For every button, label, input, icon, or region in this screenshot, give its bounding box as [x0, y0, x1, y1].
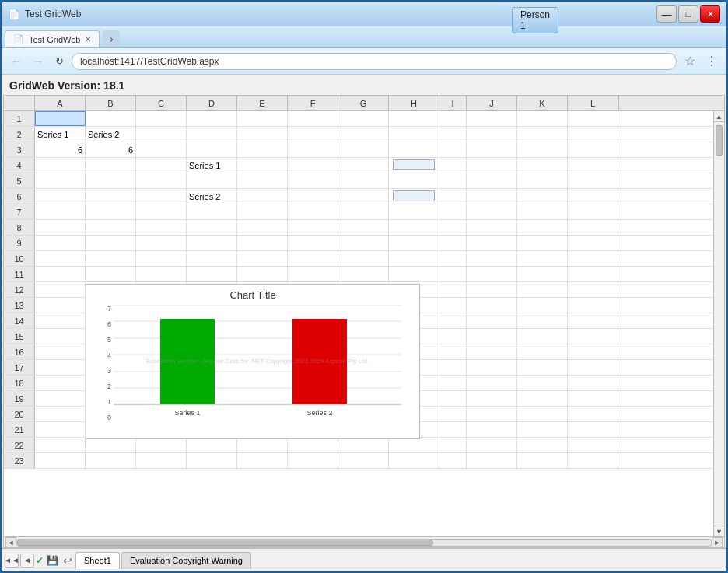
cell-I2[interactable] — [439, 127, 467, 142]
cell-A5[interactable] — [35, 173, 86, 188]
col-header-I[interactable]: I — [439, 96, 467, 110]
scroll-left-button[interactable]: ◄ — [5, 537, 16, 548]
cell-D1[interactable] — [187, 111, 237, 126]
cell-C1[interactable] — [136, 111, 187, 126]
cell-K4[interactable] — [517, 158, 568, 173]
bookmark-icon[interactable]: ☆ — [681, 53, 698, 70]
cell-L4[interactable] — [568, 158, 618, 173]
cell-A6[interactable] — [35, 189, 86, 204]
cell-C6[interactable] — [136, 189, 187, 204]
col-header-D[interactable]: D — [187, 96, 237, 110]
menu-icon[interactable]: ⋮ — [703, 53, 720, 70]
cell-D2[interactable] — [187, 127, 237, 142]
close-button[interactable]: ✕ — [700, 5, 720, 23]
cell-B1[interactable] — [86, 111, 136, 126]
cell-I6[interactable] — [439, 189, 467, 204]
cell-A2[interactable]: Series 1 — [35, 127, 86, 142]
cell-J5[interactable] — [467, 173, 517, 188]
cell-G5[interactable] — [338, 173, 389, 188]
new-tab-button[interactable]: › — [103, 30, 120, 47]
cell-K5[interactable] — [517, 173, 568, 188]
cell-D6[interactable]: Series 2 — [187, 189, 237, 204]
cell-H2[interactable] — [389, 127, 439, 142]
cell-J2[interactable] — [467, 127, 517, 142]
nav-prev-sheet[interactable]: ◄ — [20, 554, 34, 568]
h-scroll-thumb[interactable] — [17, 540, 433, 546]
cell-E4[interactable] — [237, 158, 288, 173]
col-header-J[interactable]: J — [467, 96, 517, 110]
cell-L6[interactable] — [568, 189, 618, 204]
col-header-B[interactable]: B — [86, 96, 136, 110]
confirm-icon[interactable]: ✔ — [36, 555, 44, 566]
cell-D5[interactable] — [187, 173, 237, 188]
cell-H3[interactable] — [389, 142, 439, 157]
cell-F3[interactable] — [288, 142, 338, 157]
col-header-A[interactable]: A — [35, 96, 86, 110]
grid-scroll-area[interactable]: 1 — [4, 111, 713, 536]
cell-L2[interactable] — [568, 127, 618, 142]
cell-F2[interactable] — [288, 127, 338, 142]
col-header-G[interactable]: G — [338, 96, 389, 110]
cell-I3[interactable] — [439, 142, 467, 157]
cell-B2[interactable]: Series 2 — [86, 127, 136, 142]
col-header-H[interactable]: H — [389, 96, 439, 110]
cell-F5[interactable] — [288, 173, 338, 188]
col-header-C[interactable]: C — [136, 96, 187, 110]
cell-G6[interactable] — [338, 189, 389, 204]
cell-L3[interactable] — [568, 142, 618, 157]
cell-I5[interactable] — [439, 173, 467, 188]
cell-H1[interactable] — [389, 111, 439, 126]
cell-B6[interactable] — [86, 189, 136, 204]
cell-K2[interactable] — [517, 127, 568, 142]
cell-C3[interactable] — [136, 142, 187, 157]
cell-C5[interactable] — [136, 173, 187, 188]
cell-E1[interactable] — [237, 111, 288, 126]
cell-B3[interactable]: 6 — [86, 142, 136, 157]
browser-tab-active[interactable]: 📄 Test GridWeb ✕ — [5, 30, 100, 47]
cell-J1[interactable] — [467, 111, 517, 126]
cell-A3[interactable]: 6 — [35, 142, 86, 157]
cell-E2[interactable] — [237, 127, 288, 142]
cell-H6[interactable] — [389, 189, 439, 204]
sheet-tab-sheet1[interactable]: Sheet1 — [75, 552, 120, 569]
col-header-E[interactable]: E — [237, 96, 288, 110]
cell-E3[interactable] — [237, 142, 288, 157]
cell-J4[interactable] — [467, 158, 517, 173]
scroll-right-button[interactable]: ► — [712, 537, 723, 548]
col-header-L[interactable]: L — [568, 96, 618, 110]
tab-close-button[interactable]: ✕ — [85, 35, 91, 44]
cell-K3[interactable] — [517, 142, 568, 157]
minimize-button[interactable]: — — [656, 5, 677, 23]
scroll-up-button[interactable]: ▲ — [714, 111, 724, 122]
cell-C4[interactable] — [136, 158, 187, 173]
sheet-tab-warning[interactable]: Evaluation Copyright Warning — [121, 552, 251, 569]
back-button[interactable]: ← — [8, 53, 25, 70]
cell-I1[interactable] — [439, 111, 467, 126]
cell-B5[interactable] — [86, 173, 136, 188]
cell-G3[interactable] — [338, 142, 389, 157]
refresh-button[interactable]: ↻ — [51, 54, 67, 69]
cell-G4[interactable] — [338, 158, 389, 173]
cell-G2[interactable] — [338, 127, 389, 142]
horizontal-scrollbar[interactable]: ◄ ► — [4, 536, 724, 547]
save-icon[interactable]: 💾 — [45, 555, 60, 566]
cell-H4[interactable] — [389, 158, 439, 173]
cell-G1[interactable] — [338, 111, 389, 126]
cell-F1[interactable] — [288, 111, 338, 126]
cell-I4[interactable] — [439, 158, 467, 173]
cell-F4[interactable] — [288, 158, 338, 173]
vertical-scrollbar[interactable]: ▲ ▼ — [713, 111, 724, 536]
scroll-thumb[interactable] — [716, 125, 723, 156]
nav-first-sheet[interactable]: ◄◄ — [5, 554, 19, 568]
cell-E6[interactable] — [237, 189, 288, 204]
cell-B4[interactable] — [86, 158, 136, 173]
cell-A4[interactable] — [35, 158, 86, 173]
h-scroll-track[interactable] — [16, 539, 712, 547]
scroll-down-button[interactable]: ▼ — [714, 526, 724, 536]
cell-J3[interactable] — [467, 142, 517, 157]
cell-L5[interactable] — [568, 173, 618, 188]
cell-K1[interactable] — [517, 111, 568, 126]
maximize-button[interactable]: □ — [678, 5, 698, 23]
cell-F6[interactable] — [288, 189, 338, 204]
cell-C2[interactable] — [136, 127, 187, 142]
